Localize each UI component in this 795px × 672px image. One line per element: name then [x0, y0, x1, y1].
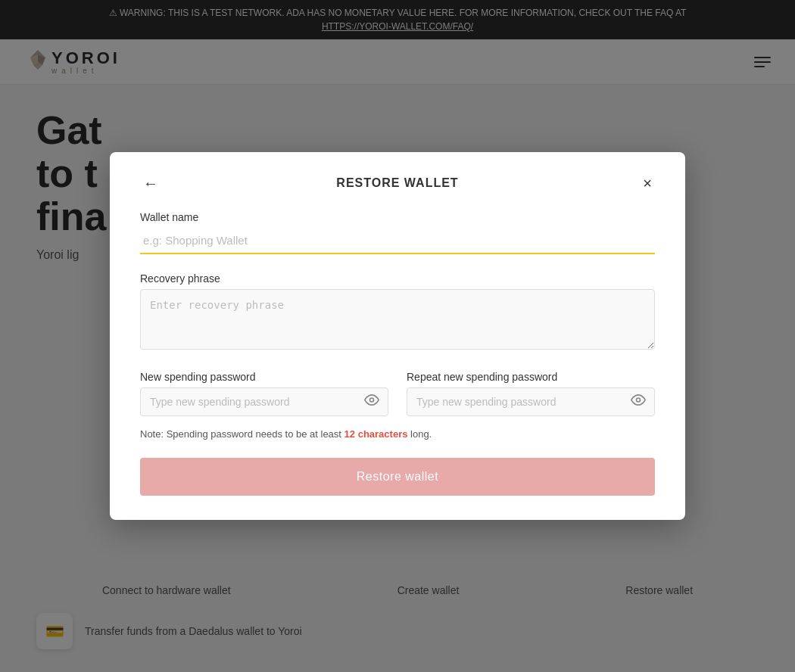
- note-prefix: Note: Spending password needs to be at l…: [140, 428, 344, 440]
- new-password-input[interactable]: [140, 387, 388, 416]
- new-password-wrap: [140, 387, 388, 416]
- modal-header: ← RESTORE WALLET ×: [140, 176, 655, 190]
- repeat-password-label: Repeat new spending password: [407, 371, 655, 383]
- close-button[interactable]: ×: [640, 172, 655, 195]
- repeat-password-wrap: [407, 387, 655, 416]
- wallet-name-label: Wallet name: [140, 211, 655, 223]
- wallet-name-field-group: Wallet name: [140, 211, 655, 254]
- wallet-name-input[interactable]: [140, 228, 655, 254]
- back-button[interactable]: ←: [140, 172, 161, 195]
- recovery-phrase-label: Recovery phrase: [140, 272, 655, 285]
- restore-wallet-modal: ← RESTORE WALLET × Wallet name Recovery …: [110, 152, 685, 520]
- svg-point-0: [370, 398, 374, 402]
- new-password-label: New spending password: [140, 371, 388, 383]
- password-row: New spending password Repeat new spendin…: [140, 371, 655, 416]
- repeat-password-eye-icon[interactable]: [631, 393, 646, 412]
- new-password-field: New spending password: [140, 371, 388, 416]
- new-password-eye-icon[interactable]: [364, 393, 379, 412]
- note-highlight: 12 characters: [344, 428, 408, 440]
- modal-title: RESTORE WALLET: [336, 176, 458, 190]
- repeat-password-field: Repeat new spending password: [407, 371, 655, 416]
- recovery-phrase-field-group: Recovery phrase: [140, 272, 655, 353]
- note-suffix: long.: [407, 428, 432, 440]
- svg-point-1: [637, 398, 641, 402]
- repeat-password-input[interactable]: [407, 387, 655, 416]
- restore-wallet-button[interactable]: Restore wallet: [140, 458, 655, 496]
- modal-overlay: ← RESTORE WALLET × Wallet name Recovery …: [0, 0, 795, 672]
- password-note: Note: Spending password needs to be at l…: [140, 428, 655, 440]
- recovery-phrase-input[interactable]: [140, 289, 655, 350]
